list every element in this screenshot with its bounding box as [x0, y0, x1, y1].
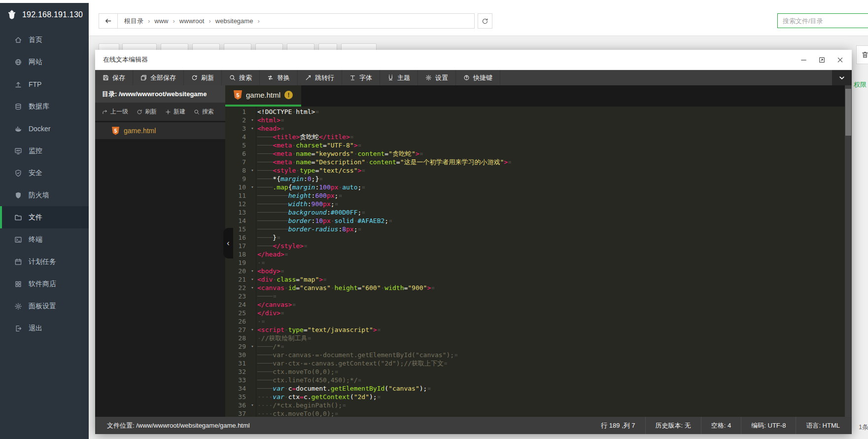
goto-line-button[interactable]: 跳转行 — [298, 70, 342, 85]
file-item-label: game.html — [124, 127, 156, 135]
breadcrumb-item[interactable]: wwwroot — [179, 17, 205, 25]
fold-marker[interactable]: ▾ — [249, 342, 256, 351]
close-button[interactable] — [836, 56, 844, 64]
replace-button[interactable]: 替换 — [260, 70, 298, 85]
search-icon — [194, 109, 200, 115]
fold-marker[interactable]: ▾ — [249, 267, 256, 275]
line-number: 11 — [225, 191, 249, 200]
line-number: 14 — [225, 217, 249, 225]
up-level-icon — [102, 109, 108, 115]
breadcrumb-item[interactable]: 根目录 — [124, 17, 143, 26]
status-item: 行 189 ,列 7 — [591, 417, 645, 434]
toolbar-expand-button[interactable] — [832, 70, 852, 85]
tree-search-button[interactable]: 搜索 — [194, 108, 214, 116]
file-search-input[interactable] — [777, 13, 868, 28]
fold-marker — [249, 309, 256, 317]
fold-marker[interactable]: ▾ — [249, 116, 256, 124]
sidebar-item-firewall[interactable]: 防火墙 — [0, 184, 89, 206]
code-area[interactable]: 1<!DOCTYPE·html>¤2▾<html>¤3▾<head>¤4────… — [225, 107, 845, 417]
theme-button[interactable]: 主题 — [380, 70, 418, 85]
code-line: 22▾<canvas·id="canvas"·height="600"·widt… — [225, 284, 845, 292]
fold-marker[interactable]: ▾ — [249, 401, 256, 409]
sidebar-item-home[interactable]: 首页 — [0, 29, 89, 51]
breadcrumb-item[interactable]: websitegame — [215, 17, 253, 25]
code-line: 5────<meta·charset="UTF-8">¤ — [225, 141, 845, 149]
sidebar-item-panel-settings[interactable]: 面板设置 — [0, 295, 89, 317]
sidebar-item-label: 终端 — [29, 235, 42, 244]
docker-icon — [14, 125, 22, 133]
file-item-game-html[interactable]: 5 game.html — [95, 122, 225, 139]
tree-up-level-button[interactable]: 上一级 — [102, 108, 128, 116]
save-all-icon — [140, 74, 147, 81]
sidebar-item-label: 退出 — [29, 324, 42, 333]
minimize-button[interactable] — [800, 56, 807, 64]
code-line: 29▾────/*¤ — [225, 342, 845, 351]
refresh-button[interactable]: 刷新 — [184, 70, 222, 85]
file-tree-list: 5 game.html — [95, 121, 225, 417]
breadcrumb-item[interactable]: www — [154, 17, 168, 25]
settings-button[interactable]: 设置 — [418, 70, 456, 85]
fold-marker[interactable]: ▾ — [249, 275, 256, 284]
collapse-panel-handle[interactable]: ‹ — [223, 228, 233, 258]
tree-new-button[interactable]: 新建 — [165, 108, 185, 116]
save-button[interactable]: 保存 — [95, 70, 133, 85]
editor-titlebar: 在线文本编辑器 — [95, 50, 852, 70]
fold-marker[interactable]: ▾ — [249, 166, 256, 175]
fold-marker[interactable]: ▾ — [249, 124, 256, 133]
line-number: 13 — [225, 208, 249, 217]
sidebar-item-label: 计划任务 — [29, 257, 56, 266]
hotkeys-button[interactable]: 快捷键 — [456, 70, 500, 85]
file-location: 文件位置: /www/wwwroot/websitegame/game.html — [107, 421, 250, 430]
sidebar-item-sites[interactable]: 网站 — [0, 51, 89, 73]
code-line: 10▾────.map{margin:100px·auto;¤ — [225, 183, 845, 191]
save-all-button[interactable]: 全部保存 — [133, 70, 184, 85]
sidebar-item-files[interactable]: 文件 — [0, 206, 89, 228]
fold-marker — [249, 250, 256, 258]
chevron-down-icon — [838, 74, 845, 81]
fold-marker — [249, 317, 256, 326]
line-number: 12 — [225, 200, 249, 208]
fold-marker[interactable]: ▾ — [249, 183, 256, 191]
code-line: 36▾····/*ctx.beginPath();¤ — [225, 401, 845, 409]
status-item: 历史版本: 无 — [645, 417, 701, 434]
sidebar-item-terminal[interactable]: 终端 — [0, 228, 89, 251]
fold-marker — [249, 384, 256, 393]
sidebar-item-ftp[interactable]: FTP — [0, 73, 89, 95]
maximize-button[interactable] — [818, 56, 826, 64]
code-line: 21▾<div·class="map">¤ — [225, 275, 845, 284]
line-number: 30 — [225, 351, 249, 359]
sidebar-item-database[interactable]: 数据库 — [0, 95, 89, 117]
sidebar-item-docker[interactable]: Docker — [0, 117, 89, 140]
tab-game-html[interactable]: 5 game.html ! — [225, 85, 301, 107]
code-line: 4────<title>贪吃蛇</title>¤ — [225, 133, 845, 141]
tree-refresh-button[interactable]: 刷新 — [137, 108, 157, 116]
sidebar: 192.168.191.130 0 首页网站FTP数据库Docker监控安全防火… — [0, 3, 89, 439]
back-button[interactable] — [99, 14, 118, 28]
html5-file-icon: 5 — [112, 127, 119, 135]
scrollbar-thumb[interactable] — [845, 89, 851, 136]
gear-icon — [425, 74, 432, 81]
breadcrumb-separator: › — [257, 17, 259, 25]
refresh-icon — [191, 74, 198, 81]
font-button[interactable]: 字体 — [342, 70, 380, 85]
fold-marker[interactable]: ▾ — [249, 326, 256, 334]
sidebar-item-monitor[interactable]: 监控 — [0, 140, 89, 162]
sidebar-item-logout[interactable]: 退出 — [0, 317, 89, 339]
sidebar-item-label: 监控 — [29, 146, 42, 155]
line-number: 1 — [225, 108, 249, 116]
editor-tabbar: 5 game.html ! — [225, 85, 845, 107]
theme-button-label: 主题 — [397, 73, 410, 82]
search-button[interactable]: 搜索 — [222, 70, 260, 85]
line-number: 33 — [225, 376, 249, 384]
current-directory: 目录: /www/wwwroot/websitegame — [95, 85, 225, 103]
fold-marker[interactable]: ▾ — [249, 284, 256, 292]
sidebar-item-security[interactable]: 安全 — [0, 162, 89, 184]
directory-refresh-button[interactable] — [478, 13, 492, 29]
editor-scrollbar[interactable] — [845, 85, 852, 417]
trash-button[interactable] — [856, 45, 868, 64]
editor-toolbar: 保存全部保存刷新搜索替换跳转行字体主题设置快捷键 — [95, 70, 832, 85]
minimize-icon — [800, 56, 807, 64]
sidebar-item-appstore[interactable]: 软件商店 — [0, 273, 89, 295]
save-icon — [103, 74, 109, 81]
sidebar-item-cron[interactable]: 计划任务 — [0, 251, 89, 273]
